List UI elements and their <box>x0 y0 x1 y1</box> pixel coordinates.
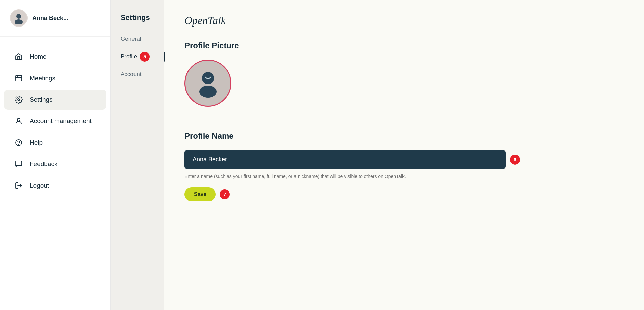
svg-point-20 <box>199 86 217 98</box>
save-button-badge: 7 <box>220 189 230 199</box>
sidebar-item-feedback[interactable]: Feedback <box>4 154 106 174</box>
sidebar-item-account-management[interactable]: Account management <box>4 111 106 131</box>
feedback-icon <box>14 159 23 169</box>
svg-point-13 <box>19 144 19 145</box>
profile-picture-title: Profile Picture <box>184 41 624 50</box>
profile-name-section: Profile Name 6 Enter a name (such as you… <box>184 131 624 201</box>
help-icon <box>14 138 23 147</box>
settings-nav-item-general[interactable]: General <box>121 36 164 42</box>
profile-avatar-upload[interactable] <box>184 60 231 107</box>
logout-icon <box>14 181 23 190</box>
sidebar-item-label-account-management: Account management <box>30 117 92 125</box>
svg-text:OpenTalk: OpenTalk <box>184 15 226 27</box>
sidebar-item-label-settings: Settings <box>30 96 53 103</box>
profile-name-input[interactable] <box>184 150 506 169</box>
sidebar-item-settings[interactable]: Settings <box>4 90 106 110</box>
account-management-icon <box>14 116 23 126</box>
sidebar-item-home[interactable]: Home <box>4 47 106 67</box>
profile-name-hint: Enter a name (such as your first name, f… <box>184 174 624 179</box>
save-button[interactable]: Save <box>184 187 216 201</box>
sidebar-item-label-home: Home <box>30 53 47 60</box>
home-icon <box>14 52 23 61</box>
svg-point-11 <box>17 118 20 121</box>
settings-nav-item-profile[interactable]: Profile 5 <box>121 52 164 62</box>
sidebar-item-meetings[interactable]: Meetings <box>4 68 106 88</box>
svg-rect-14 <box>16 161 22 166</box>
settings-icon <box>14 95 23 104</box>
profile-nav-badge: 5 <box>140 52 150 62</box>
settings-navigation: General Profile 5 Account <box>121 36 164 78</box>
avatar[interactable] <box>10 9 28 27</box>
settings-nav-label-profile: Profile <box>121 53 137 60</box>
svg-point-0 <box>16 14 21 19</box>
save-button-label: Save <box>194 191 206 197</box>
opentalk-logo: OpenTalk <box>184 13 624 29</box>
sidebar-item-help[interactable]: Help <box>4 133 106 153</box>
sidebar-item-logout[interactable]: Logout <box>4 175 106 196</box>
settings-panel-title: Settings <box>121 13 164 22</box>
settings-subpanel: Settings General Profile 5 Account <box>111 0 164 310</box>
profile-picture-section: Profile Picture <box>184 41 624 107</box>
user-name-label: Anna Beck... <box>32 15 68 22</box>
section-divider <box>184 119 624 119</box>
meetings-icon <box>14 73 23 83</box>
sidebar-item-label-meetings: Meetings <box>30 74 55 82</box>
main-content: OpenTalk Profile Picture Profile Name 6 … <box>164 0 644 310</box>
sidebar-user[interactable]: Anna Beck... <box>0 0 110 37</box>
settings-nav-item-account[interactable]: Account <box>121 71 164 78</box>
settings-nav-label-account: Account <box>121 71 141 78</box>
sidebar-item-label-help: Help <box>30 139 43 146</box>
profile-name-title: Profile Name <box>184 131 624 141</box>
settings-nav-label-general: General <box>121 36 141 42</box>
sidebar-item-label-feedback: Feedback <box>30 160 57 168</box>
svg-rect-2 <box>16 75 22 81</box>
svg-point-9 <box>18 99 20 101</box>
svg-point-1 <box>15 19 23 24</box>
sidebar-item-label-logout: Logout <box>30 182 49 189</box>
sidebar: Anna Beck... Home <box>0 0 111 310</box>
profile-name-badge: 6 <box>510 155 520 165</box>
sidebar-navigation: Home Meetings <box>0 37 110 310</box>
